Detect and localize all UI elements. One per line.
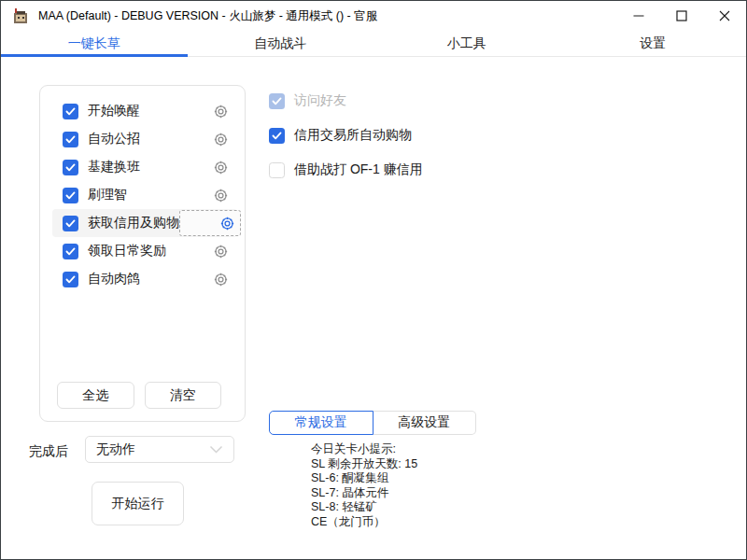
- task-row-base: 基建换班: [52, 153, 237, 181]
- gear-icon[interactable]: [207, 182, 233, 208]
- settings-tab-bar: 常规设置 高级设置: [269, 411, 476, 435]
- option-row-credit-shopping: 信用交易所自动购物: [269, 127, 423, 144]
- task-row-sanity: 刷理智: [52, 181, 237, 209]
- task-label: 自动肉鸽: [88, 271, 140, 287]
- tip-line: CE（龙门币）: [311, 515, 417, 530]
- checkbox-of1-credit[interactable]: [269, 162, 285, 178]
- gear-icon[interactable]: [207, 126, 233, 152]
- tab-small-tools[interactable]: 小工具: [374, 31, 560, 56]
- checkbox-credit-shopping[interactable]: [269, 128, 285, 144]
- task-rows: 开始唤醒 自动公招 基建换班 刷理智 获取信用及购物: [40, 86, 245, 293]
- stage-tips: 今日关卡小提示: SL 剩余开放天数: 15 SL-6: 酮凝集组 SL-7: …: [311, 442, 417, 530]
- close-icon: [719, 10, 730, 21]
- tip-line: SL-8: 轻锰矿: [311, 500, 417, 515]
- gear-icon[interactable]: [207, 98, 233, 124]
- tab-auto-battle[interactable]: 自动战斗: [188, 31, 374, 56]
- task-row-wakeup: 开始唤醒: [52, 97, 237, 125]
- checkbox-credit[interactable]: [63, 216, 78, 231]
- option-row-of1-credit: 借助战打 OF-1 赚信用: [269, 161, 423, 178]
- after-finish-select[interactable]: 无动作: [85, 436, 234, 463]
- task-label: 获取信用及购物: [88, 215, 179, 231]
- tip-line: 今日关卡小提示:: [311, 442, 417, 457]
- maximize-button[interactable]: [660, 1, 703, 31]
- minimize-button[interactable]: [617, 1, 660, 31]
- task-row-rewards: 领取日常奖励: [52, 237, 237, 265]
- task-row-credit: 获取信用及购物: [52, 209, 237, 237]
- window-title: MAA (Default) - DEBUG VERSION - 火山旅梦 - 通…: [38, 8, 377, 24]
- option-label: 借助战打 OF-1 赚信用: [294, 161, 423, 178]
- tip-line: SL-7: 晶体元件: [311, 486, 417, 501]
- gear-icon[interactable]: [207, 266, 233, 292]
- task-label: 基建换班: [88, 159, 140, 175]
- tab-settings[interactable]: 设置: [560, 31, 747, 56]
- gear-icon[interactable]: [207, 154, 233, 180]
- tab-general-settings[interactable]: 常规设置: [269, 411, 374, 435]
- panel-buttons: 全选 清空: [57, 382, 221, 409]
- gear-icon[interactable]: [207, 238, 233, 264]
- option-label: 访问好友: [294, 92, 346, 109]
- checkbox-roguelike[interactable]: [63, 272, 78, 287]
- maa-window: MAA (Default) - DEBUG VERSION - 火山旅梦 - 通…: [0, 0, 747, 560]
- checkbox-base[interactable]: [63, 160, 78, 175]
- after-finish-label: 完成后: [29, 443, 68, 460]
- tab-onekey-farm[interactable]: 一键长草: [1, 31, 188, 56]
- checkbox-visit-friends: [269, 93, 285, 109]
- close-button[interactable]: [703, 1, 746, 31]
- tip-line: SL 剩余开放天数: 15: [311, 457, 417, 472]
- task-label: 开始唤醒: [88, 103, 140, 119]
- clear-button[interactable]: 清空: [145, 382, 222, 409]
- minimize-icon: [633, 10, 644, 21]
- title-bar: MAA (Default) - DEBUG VERSION - 火山旅梦 - 通…: [1, 1, 746, 31]
- task-row-recruit: 自动公招: [52, 125, 237, 153]
- gear-focus-box: [179, 210, 241, 236]
- app-icon: [11, 7, 30, 25]
- after-finish-value: 无动作: [96, 441, 135, 458]
- nav-tab-bar: 一键长草 自动战斗 小工具 设置: [1, 31, 746, 57]
- task-label: 领取日常奖励: [88, 243, 166, 259]
- checkbox-sanity[interactable]: [63, 188, 78, 203]
- checkbox-wakeup[interactable]: [63, 104, 78, 119]
- chevron-down-icon: [209, 445, 223, 454]
- maximize-icon: [676, 10, 687, 21]
- task-list-panel: 开始唤醒 自动公招 基建换班 刷理智 获取信用及购物: [39, 85, 246, 422]
- task-label: 自动公招: [88, 131, 140, 147]
- gear-icon-active[interactable]: [214, 210, 240, 236]
- checkbox-rewards[interactable]: [63, 244, 78, 259]
- option-row-visit-friends: 访问好友: [269, 92, 423, 109]
- credit-options: 访问好友 信用交易所自动购物 借助战打 OF-1 赚信用: [269, 92, 423, 178]
- option-label: 信用交易所自动购物: [294, 127, 412, 144]
- checkbox-recruit[interactable]: [63, 132, 78, 147]
- tab-advanced-settings[interactable]: 高级设置: [374, 411, 477, 435]
- tip-line: SL-6: 酮凝集组: [311, 471, 417, 486]
- start-run-button[interactable]: 开始运行: [92, 482, 184, 525]
- select-all-button[interactable]: 全选: [57, 382, 134, 409]
- window-controls: [617, 1, 746, 31]
- task-row-roguelike: 自动肉鸽: [52, 265, 237, 293]
- task-label: 刷理智: [88, 187, 127, 203]
